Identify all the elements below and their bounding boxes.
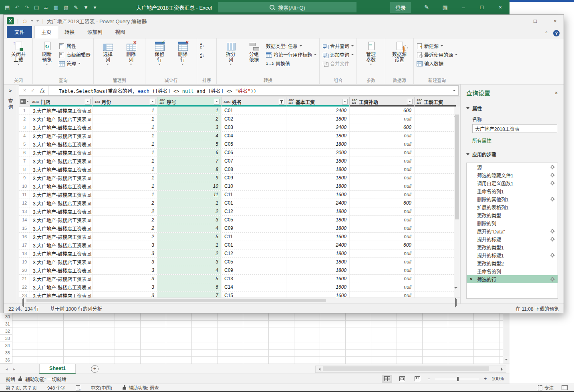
row-number[interactable]: 19 [19,258,30,266]
collapse-ribbon-icon[interactable]: ^ [545,30,548,36]
excel-horizontal-scrollbar[interactable] [315,366,506,373]
applied-step[interactable]: 展开的"Data" [467,227,558,235]
cell[interactable]: null [350,174,415,182]
cell[interactable]: 2 [93,224,157,232]
applied-step[interactable]: 删除的其他列1 [467,195,558,203]
cell[interactable]: 3 [157,123,222,131]
more-commands-icon[interactable]: ▾ [94,4,97,10]
commit-formula-icon[interactable]: ✓ [31,88,35,93]
cell[interactable]: null [350,207,415,215]
cell[interactable]: 11 [157,191,222,199]
cell[interactable]: 3.大广地产-鼓楼店工资表.xl... [30,249,93,257]
cell[interactable]: 2 [93,233,157,241]
cell[interactable]: C09 [222,266,286,274]
cell[interactable]: 3 [93,249,157,257]
cell[interactable]: C09 [222,174,286,182]
remove-columns-button[interactable]: × 删除 列 [120,40,142,66]
ribbon-display-options-icon[interactable]: ▧ [436,0,454,14]
smiley-dropdown-icon[interactable] [31,20,33,23]
applied-step[interactable]: 提升的标题 [467,235,558,243]
add-sheet-button[interactable]: + [91,365,99,373]
cell[interactable]: 7 [157,157,222,165]
cell[interactable]: null [350,283,415,291]
cell[interactable]: C01 [222,241,286,249]
cell[interactable] [415,283,456,291]
recent-sources-button[interactable]: 最近使用的源 [417,50,457,59]
cell[interactable]: C02 [222,115,286,123]
cell[interactable] [415,216,456,224]
cell[interactable]: 1 [93,140,157,148]
cell[interactable]: 2 [157,207,222,215]
step-settings-gear-icon[interactable] [551,237,554,241]
cell[interactable]: 1 [157,107,222,115]
cell[interactable]: 3.大广地产-鼓楼店工资表.xl... [30,275,93,283]
column-header-门店[interactable]: ABC门店 [30,97,93,107]
all-properties-link[interactable]: 所有属性 [472,137,558,144]
row-number[interactable]: 3 [19,123,30,131]
word-word-count[interactable]: 948 个字 [47,384,65,391]
append-queries-button[interactable]: 追加查询 [322,50,354,59]
cell[interactable]: 1800 [286,157,350,165]
cell[interactable]: 3.大广地产-鼓楼店工资表.xl... [30,258,93,266]
tab-视图[interactable]: 视图 [109,26,132,38]
row-number[interactable]: 1 [19,107,30,115]
cell[interactable]: 4 [157,132,222,140]
manage-button[interactable]: 管理 [59,59,91,68]
pq-maximize-button[interactable]: □ [527,15,544,27]
minimize-button[interactable]: – [454,0,473,14]
cell[interactable]: 1800 [286,115,350,123]
excel-vertical-scrollbar[interactable] [503,313,510,364]
cell[interactable] [415,199,456,207]
step-settings-gear-icon[interactable] [551,277,554,281]
row-number[interactable]: 13 [19,207,30,215]
applied-steps-section-header[interactable]: 应用的步骤 [466,151,558,158]
cell[interactable]: 3 [157,258,222,266]
cell[interactable]: 3 [93,283,157,291]
row-number[interactable]: 21 [19,275,30,283]
cell[interactable]: 3.大广地产-鼓楼店工资表.xl... [30,191,93,199]
cell[interactable]: 1800 [286,132,350,140]
new-source-button[interactable]: +新建源 [417,42,457,50]
cell[interactable]: null [350,291,415,298]
cell[interactable]: 3.大广地产-鼓楼店工资表.xl... [30,157,93,165]
cell[interactable]: 1800 [286,174,350,182]
cell[interactable]: 600 [350,199,415,207]
cell[interactable] [415,123,456,131]
refresh-preview-button[interactable]: ↻ 刷新 预览 [36,40,58,66]
cell[interactable]: C14 [222,283,286,291]
row-number[interactable]: 11 [19,191,30,199]
qat-customize-icon[interactable] [36,20,39,23]
formula-expand-icon[interactable] [450,86,458,95]
merge-queries-button[interactable]: 合并查询 [322,42,354,50]
properties-section-header[interactable]: 属性 [466,105,558,112]
data-type-button[interactable]: 数据类型: 任意 [266,42,316,50]
column-header-月份[interactable]: 123月份 [93,97,157,107]
step-settings-gear-icon[interactable] [551,181,554,185]
cell[interactable]: 3.大广地产-鼓楼店工资表.xl... [30,241,93,249]
enter-data-button[interactable]: 输入数据 [417,59,457,68]
cell[interactable]: 3 [93,291,157,298]
cell[interactable]: null [350,157,415,165]
zoom-level[interactable]: 100% [491,376,504,382]
cell[interactable]: C11 [222,191,286,199]
cell[interactable]: 1800 [286,165,350,173]
cell[interactable]: 1 [93,149,157,157]
row-number[interactable]: 8 [19,165,30,173]
cell[interactable]: 2400 [286,107,350,115]
cell[interactable]: 600 [350,241,415,249]
cell[interactable]: 1600 [286,233,350,241]
cell[interactable]: null [350,149,415,157]
cell[interactable]: 2000 [286,149,350,157]
filter-icon[interactable]: ▼ [83,4,89,10]
cell[interactable]: 8 [157,165,222,173]
cell[interactable]: 3.大广地产-鼓楼店工资表.xl... [30,123,93,131]
manage-parameters-button[interactable]: 管理 参数 [360,40,382,66]
cell[interactable]: C11 [222,233,286,241]
read-mode-icon[interactable] [562,385,568,390]
cell[interactable]: C01 [222,199,286,207]
cell[interactable]: C15 [222,291,286,298]
cell[interactable]: 3.大广地产-鼓楼店工资表.xl... [30,115,93,123]
step-settings-gear-icon[interactable] [551,229,554,233]
row-number[interactable]: 2 [19,115,30,123]
cell[interactable]: 7 [157,291,222,298]
